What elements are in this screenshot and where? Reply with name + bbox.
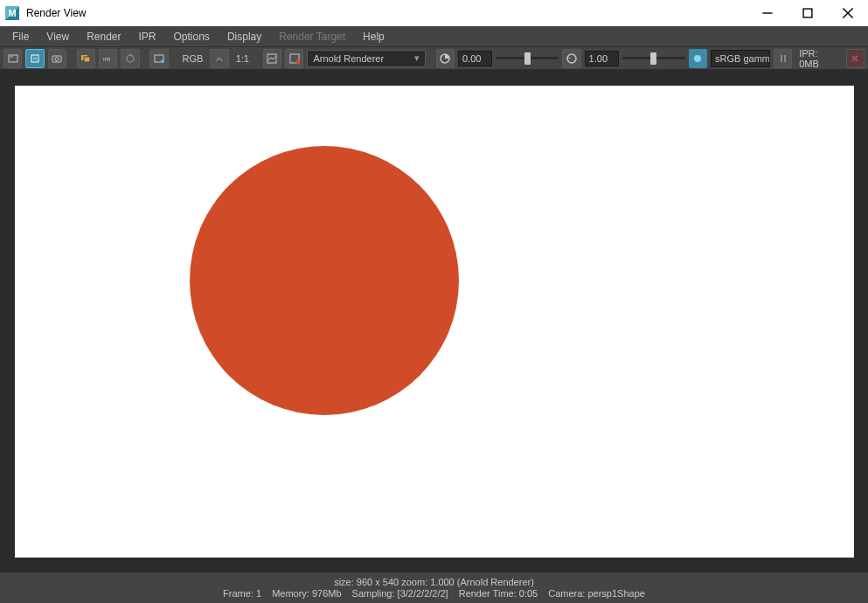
color-mgmt-toggle[interactable] [689,49,707,68]
svg-point-14 [127,55,134,62]
svg-rect-12 [84,57,90,62]
close-button[interactable] [828,0,868,26]
renderer-selected-label: Arnold Renderer [313,53,384,64]
status-memory: Memory: 976Mb [272,588,341,599]
menu-file[interactable]: File [3,26,38,47]
color-mgmt-dropdown[interactable]: sRGB gamm [711,50,770,67]
ipr-pause-button[interactable] [774,49,792,68]
render-viewport[interactable] [0,70,868,572]
ipr-refresh-button[interactable] [121,49,139,68]
menu-ipr[interactable]: IPR [130,26,165,47]
render-sequence-button[interactable] [77,49,95,68]
svg-point-16 [161,59,164,63]
svg-point-5 [10,56,11,58]
menu-display[interactable]: Display [219,26,270,47]
exposure-slider[interactable] [496,51,559,66]
gamma-field[interactable]: 1.00 [585,51,619,66]
svg-rect-4 [9,55,17,62]
render-region-button[interactable] [25,49,44,68]
ipr-memory-label: IPR: 0MB [795,48,842,69]
exposure-field[interactable]: 0.00 [458,51,492,66]
menu-view[interactable]: View [38,26,78,47]
remove-image-button[interactable] [285,49,303,68]
ratio-label[interactable]: 1:1 [233,53,253,64]
menu-render[interactable]: Render [78,26,129,47]
gamma-icon[interactable] [562,49,580,68]
status-line-1: size: 960 x 540 zoom: 1.000 (Arnold Rend… [334,577,534,587]
svg-rect-1 [803,9,812,17]
svg-rect-25 [784,55,786,62]
app-logo-icon: M [5,6,19,20]
renderer-dropdown[interactable]: Arnold Renderer [307,50,426,67]
toolbar: IPR RGB 1:1 Arnold Renderer 0.00 1.00 sR… [0,47,868,70]
svg-text:IPR: IPR [103,57,111,62]
redo-render-button[interactable] [3,49,22,68]
snapshot-button[interactable] [48,49,66,68]
menu-options[interactable]: Options [165,26,219,47]
svg-rect-8 [33,57,37,60]
maximize-button[interactable] [788,0,828,26]
status-line-2: Frame: 1 Memory: 976Mb Sampling: [3/2/2/… [223,588,645,599]
menu-render-target: Render Target [270,26,354,47]
rendered-circle [190,146,459,415]
svg-point-10 [55,57,59,60]
svg-rect-24 [781,55,782,62]
ipr-close-button[interactable] [846,49,865,68]
window-titlebar: M Render View [0,0,868,26]
window-title: Render View [26,7,747,19]
gamma-slider[interactable] [622,51,685,66]
status-camera: Camera: persp1Shape [548,588,645,599]
status-render-time: Render Time: 0:05 [459,588,538,599]
status-bar: size: 960 x 540 zoom: 1.000 (Arnold Rend… [0,572,868,603]
render-globals-button[interactable] [149,49,168,68]
ipr-button[interactable]: IPR [99,49,117,68]
status-frame: Frame: 1 [223,588,261,599]
menu-bar: File View Render IPR Options Display Ren… [0,26,868,47]
render-canvas [15,86,854,558]
svg-point-23 [694,55,701,62]
svg-point-6 [11,56,13,58]
menu-help[interactable]: Help [354,26,393,47]
status-sampling: Sampling: [3/2/2/2/2/2] [352,588,448,599]
display-alpha-button[interactable] [210,49,228,68]
minimize-button[interactable] [747,0,788,26]
exposure-icon[interactable] [436,49,455,68]
rgb-channel-label[interactable]: RGB [179,53,207,64]
keep-image-button[interactable] [263,49,281,68]
